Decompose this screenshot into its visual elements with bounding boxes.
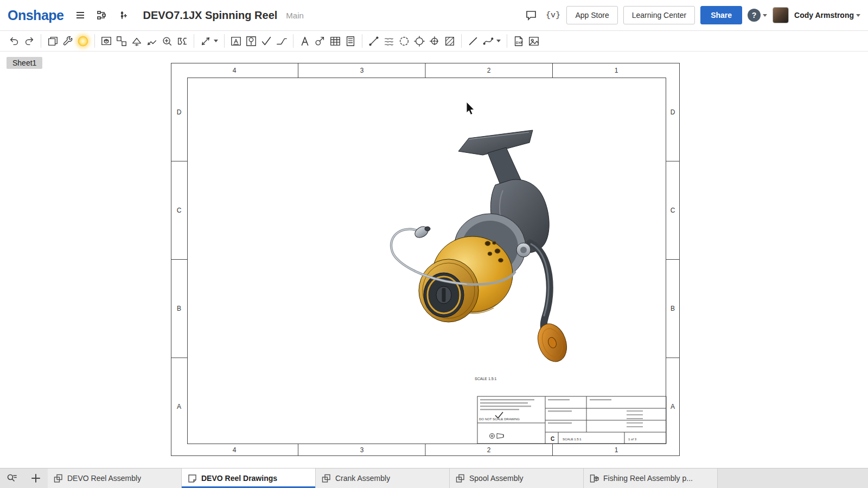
help-caret-icon [763,14,767,17]
learning-center-button[interactable]: Learning Center [623,6,695,24]
toolbar-separator [224,34,225,48]
balloon-icon[interactable] [244,34,259,49]
export-dxf-icon[interactable] [511,34,526,49]
section-view-icon[interactable] [144,34,159,49]
bom-table-icon[interactable] [343,34,358,49]
zone-label: 2 [487,67,491,74]
projected-view-icon[interactable] [114,34,129,49]
comments-icon[interactable] [523,7,539,23]
detail-view-icon[interactable] [159,34,175,49]
zone-label: B [177,305,181,312]
tab-label: DEVO Reel Drawings [201,474,277,483]
auxiliary-view-icon[interactable] [129,34,144,49]
zone-label: D [177,108,182,116]
zone-label: A [671,403,675,410]
title-block-sheet-number: 1 of 3 [628,438,637,441]
zone-label: A [177,403,181,410]
zone-label: D [671,108,675,116]
tab-label: Crank Assembly [335,474,390,483]
yellow-highlight-glow [78,36,88,47]
break-view-icon[interactable] [175,34,190,49]
view-scale-note: SCALE 1.5:1 [475,377,497,381]
search-tabs-icon[interactable] [0,468,24,488]
assembly-icon [54,474,63,483]
tab-spool-assembly[interactable]: Spool Assembly [450,468,584,488]
dimension-icon[interactable] [198,34,213,49]
drawing-canvas[interactable]: Sheet1 [0,52,868,468]
add-tab-icon[interactable] [24,468,48,488]
hole-callout-icon[interactable] [312,34,328,49]
sheet-size-label: C [551,436,554,442]
sketch-dropdown-caret[interactable] [496,40,501,42]
drawing-toolbar [0,31,868,52]
highlighted-tool-icon[interactable] [75,34,91,49]
note-icon[interactable] [228,34,244,49]
zone-label: 4 [233,446,237,454]
element-tab-bar: DEVO Reel Assembly DEVO Reel Drawings Cr… [0,468,868,488]
weld-symbol-icon[interactable] [274,34,289,49]
zone-label: 1 [615,446,618,454]
sketch-line-icon[interactable] [465,34,481,49]
help-menu[interactable]: ? [748,9,767,22]
revision-cloud-icon[interactable] [397,34,412,49]
insert-view-icon[interactable] [99,34,114,49]
insert-new-element-icon[interactable] [116,7,132,23]
multileader-icon[interactable] [381,34,397,49]
sheet-border-frame [171,63,680,456]
tab-label: Fishing Reel Assembly p... [603,474,693,483]
zone-label: 4 [233,67,237,74]
toolbar-separator [293,34,293,48]
redo-icon[interactable] [22,34,37,49]
zone-label: 3 [360,446,364,454]
tab-devo-reel-assembly[interactable]: DEVO Reel Assembly [48,468,182,488]
sheet-properties-icon[interactable] [45,34,60,49]
text-icon[interactable] [297,34,312,49]
table-icon[interactable] [328,34,343,49]
versions-history-icon[interactable] [94,7,110,23]
app-store-button[interactable]: App Store [566,6,617,24]
hatch-icon[interactable] [442,34,457,49]
toolbar-separator [194,34,194,48]
imported-file-icon [590,474,599,483]
zone-label: 1 [615,67,618,74]
leader-line-icon[interactable] [366,34,381,49]
toolbar-separator [461,34,462,48]
center-mark-icon[interactable] [412,34,427,49]
title-block-scale: SCALE 1.5:1 [563,438,582,441]
toolbar-separator [362,34,362,48]
assembly-icon [456,474,465,483]
dimension-dropdown-caret[interactable] [214,40,218,42]
hamburger-menu-icon[interactable] [72,7,88,23]
user-avatar[interactable] [773,7,789,23]
tab-fishing-reel-assembly-import[interactable]: Fishing Reel Assembly p... [584,468,718,488]
drawing-sheet[interactable]: 4 3 2 1 4 3 2 1 D C B A D C B A [171,63,680,456]
help-icon[interactable]: ? [748,9,761,22]
insert-image-icon[interactable] [526,34,541,49]
onshape-logo[interactable]: Onshape [8,8,63,23]
tab-label: DEVO Reel Assembly [67,474,141,483]
sketch-spline-icon[interactable] [481,34,496,49]
app-header: Onshape DEVO7.1JX Spinning Reel Main {v}… [0,0,868,31]
do-not-scale-note: DO NOT SCALE DRAWING [479,418,520,421]
featurescript-icon[interactable]: {v} [545,7,561,23]
toolbar-separator [507,34,507,48]
tab-label: Spool Assembly [469,474,524,483]
assembly-icon [322,474,331,483]
zone-label: C [671,207,675,214]
workspace-name[interactable]: Main [286,11,304,20]
centerline-icon[interactable] [427,34,442,49]
zone-label: 3 [360,67,364,74]
tab-devo-reel-drawings[interactable]: DEVO Reel Drawings [182,468,316,488]
surface-finish-icon[interactable] [259,34,274,49]
user-menu[interactable]: Cody Armstrong [794,11,860,20]
user-caret-icon [856,14,860,17]
tab-crank-assembly[interactable]: Crank Assembly [316,468,450,488]
drawing-properties-wrench-icon[interactable] [60,34,75,49]
undo-icon[interactable] [7,34,22,49]
toolbar-separator [41,34,41,48]
sheet-tab-badge[interactable]: Sheet1 [7,57,42,69]
zone-label: B [671,305,675,312]
share-button[interactable]: Share [700,6,742,24]
toolbar-separator [94,34,95,48]
zone-label: 2 [487,446,491,454]
